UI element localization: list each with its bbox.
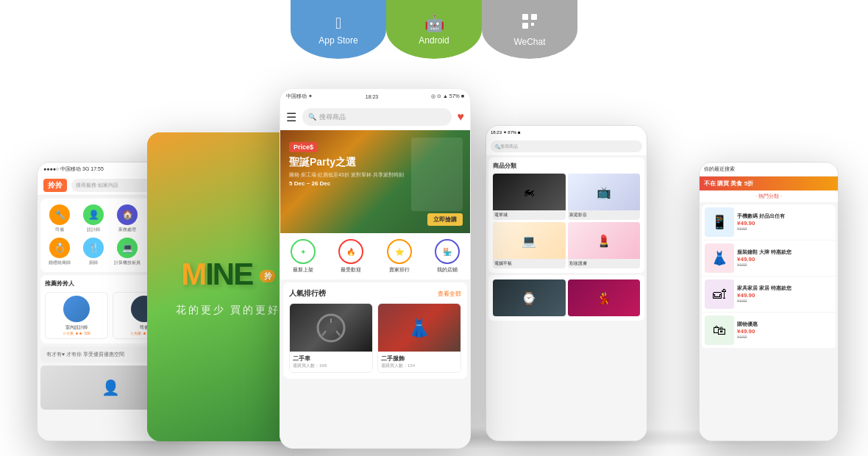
android-icon: 🤖: [424, 14, 444, 33]
right-product-grid-2: ⌚ 💃: [493, 279, 640, 316]
cat-label-popular: 最受歡迎: [341, 266, 361, 274]
price-tag: Price$: [289, 142, 318, 152]
fashion-image: 👗: [378, 304, 460, 352]
product-row-1[interactable]: 📱 手機數碼 好品出任有 ¥49.90 ¥102: [702, 204, 836, 241]
fashion-card-title: 二手服飾: [381, 355, 458, 363]
cat-popular[interactable]: 🔥 最受歡迎: [338, 239, 363, 274]
banner-text: Price$ 聖誕Party之選 圖格·廚工場·紅酒低至43折 派對單杯 共享派…: [289, 139, 404, 187]
cat-myshop[interactable]: 🏪 我的店鋪: [435, 239, 460, 274]
ranking-card-car[interactable]: 二手車 週購買人數：168: [289, 303, 373, 373]
product-original-2: ¥102: [737, 263, 833, 267]
icon-item-2[interactable]: 👤 設計師: [79, 204, 108, 233]
icon-circle-7: 💻: [117, 238, 138, 258]
banner-sub: 圖格·廚工場·紅酒低至43折 派對單杯 共享派對時刻: [289, 171, 404, 179]
product-price-2: ¥49.90: [737, 256, 833, 263]
right-category-section: 商品分類 🏍 電單城 📺 家庭影音 💻 電腦平板: [488, 157, 644, 273]
car-card-sub: 週購買人數：168: [293, 363, 369, 369]
promo-text: 不在 購買 美食 5折: [704, 180, 753, 187]
center-header: ☰ 🔍 搜尋商品 ♥: [280, 104, 470, 130]
right-product-section2: ⌚ 💃: [488, 275, 644, 321]
heart-icon[interactable]: ♥: [458, 110, 465, 124]
product-row-3[interactable]: 🛋 家具家居 家居 特惠款您 ¥49.90 ¥102: [702, 277, 836, 313]
icon-item-7[interactable]: 💻 計算機技術員: [113, 238, 142, 266]
appstore-badge[interactable]:  App Store: [291, 0, 386, 59]
ranking-title: 人氣排行榜: [289, 288, 326, 299]
cat-ranking[interactable]: ⭐ 賣家排行: [387, 239, 412, 274]
wechat-badge[interactable]: WeChat: [482, 0, 577, 59]
product-row-4[interactable]: 🛍 購物優惠 ¥49.90 ¥102: [702, 313, 836, 349]
svg-rect-0: [522, 14, 528, 20]
product-row-2[interactable]: 👗 服裝鐘鞋 大牌 特惠款您 ¥49.90 ¥102: [702, 241, 836, 277]
hot-label: · 熱門分類 ·: [700, 190, 838, 202]
product-home-theatre[interactable]: 📺 家庭影音: [568, 174, 641, 220]
product-watch[interactable]: ⌚: [493, 279, 566, 316]
right-product-grid: 🏍 電單城 📺 家庭影音 💻 電腦平板 💄: [493, 174, 640, 268]
cat-circle-popular: 🔥: [338, 239, 363, 264]
search-placeholder: 搜尋商品: [319, 113, 346, 122]
cat-new[interactable]: ✦ 最新上架: [291, 239, 316, 274]
right-phone-content: 18:23 ✦ 87% ■ 🔍 搜尋商品 商品分類 🏍 電單城: [486, 126, 647, 441]
hamburger-icon[interactable]: ☰: [286, 110, 296, 124]
center-search-bar[interactable]: 🔍 搜尋商品: [302, 108, 452, 126]
phone-right: 18:23 ✦ 87% ■ 🔍 搜尋商品 商品分類 🏍 電單城: [485, 125, 647, 441]
right-status-text: 18:23 ✦ 87% ■: [491, 129, 521, 135]
mine-logo-text: MINE 拎: [176, 257, 281, 292]
product-price-4: ¥49.90: [737, 328, 833, 335]
android-badge[interactable]: 🤖 Android: [386, 0, 482, 59]
icon-label-5: 婚禮統籌師: [49, 260, 71, 266]
product-img-3: 🛋: [705, 279, 734, 309]
appstore-label: App Store: [319, 35, 357, 46]
far-right-product-list: 📱 手機數碼 好品出任有 ¥49.90 ¥102 👗 服裝鐘鞋 大牌 特惠款您 …: [702, 204, 836, 349]
icon-item-1[interactable]: 🔧 司儀: [45, 204, 74, 233]
wechat-label: WeChat: [513, 37, 545, 47]
cosmetics-image: 💄: [568, 222, 641, 259]
center-category-row: ✦ 最新上架 🔥 最受歡迎 ⭐ 賣家排行 🏪 我的店鋪: [280, 233, 470, 279]
product-tablet-name: 電腦平板: [493, 259, 566, 268]
ranking-section: 人氣排行榜 查看全部: [283, 282, 467, 379]
product-original-3: ¥102: [737, 299, 833, 303]
card-rating-1: ☆小美 ★★ ·100: [49, 331, 104, 335]
product-info-1: 手機數碼 好品出任有 ¥49.90 ¥102: [737, 213, 833, 231]
icon-item-3[interactable]: 🏠 家務處理: [113, 204, 142, 233]
product-cosmetics[interactable]: 💄 彩妝護膚: [568, 222, 641, 268]
product-original-4: ¥102: [737, 335, 833, 339]
product-info-3: 家具家居 家居 特惠款您 ¥49.90 ¥102: [737, 285, 833, 303]
right-status: 18:23 ✦ 87% ■: [486, 126, 647, 138]
product-tablet[interactable]: 💻 電腦平板: [493, 222, 566, 268]
ranking-more[interactable]: 查看全部: [438, 290, 461, 298]
cat-label-myshop: 我的店鋪: [437, 266, 458, 274]
product-motorcycle[interactable]: 🏍 電單城: [493, 174, 566, 220]
icon-label-3: 家務處理: [118, 227, 136, 233]
right-search-icon: 🔍: [495, 144, 500, 149]
product-cosmetics-name: 彩妝護膚: [568, 259, 641, 268]
product-name-2: 服裝鐘鞋 大牌 特惠款您: [737, 249, 833, 256]
banner-date: 5 Dec ~ 26 Dec: [289, 180, 404, 187]
home-theatre-image: 📺: [568, 174, 641, 210]
ranking-card-fashion[interactable]: 👗 二手服飾 週購買人數：134: [377, 303, 461, 373]
mine-subtitle: 花的更少 買的更好: [176, 304, 281, 317]
wechat-icon: [521, 13, 538, 35]
svg-line-8: [336, 331, 340, 335]
product-name-1: 手機數碼 好品出任有: [737, 213, 833, 220]
fashion-card-sub: 週購買人數：134: [381, 363, 458, 369]
svg-point-5: [326, 323, 336, 333]
cat-circle-new: ✦: [291, 239, 316, 264]
cat-label-new: 最新上架: [293, 266, 313, 274]
right-search-bar: 🔍 搜尋商品: [486, 138, 647, 155]
fashion-emoji: 👗: [408, 318, 430, 338]
center-status-left: 中国移动 ✦: [286, 93, 313, 100]
banner-btn[interactable]: 立即搶購: [427, 213, 463, 226]
icon-circle-5: 💍: [49, 238, 70, 258]
right-search-input[interactable]: 🔍 搜尋商品: [491, 140, 642, 152]
fashion-card-info: 二手服飾 週購買人數：134: [378, 352, 460, 372]
product-info-2: 服裝鐘鞋 大牌 特惠款您 ¥49.90 ¥102: [737, 249, 833, 267]
icon-circle-6: 🍴: [83, 238, 104, 258]
product-price-1: ¥49.90: [737, 220, 833, 227]
product-sports[interactable]: 💃: [568, 279, 641, 316]
promo-banner: 不在 購買 美食 5折: [700, 177, 838, 190]
icon-item-6[interactable]: 🍴 廚師: [79, 238, 108, 266]
recommend-card-1[interactable]: 室內設計師 ☆小美 ★★ ·100: [45, 292, 108, 339]
svg-line-7: [322, 331, 326, 335]
icon-item-5[interactable]: 💍 婚禮統籌師: [45, 238, 74, 266]
product-img-2: 👗: [705, 243, 734, 273]
